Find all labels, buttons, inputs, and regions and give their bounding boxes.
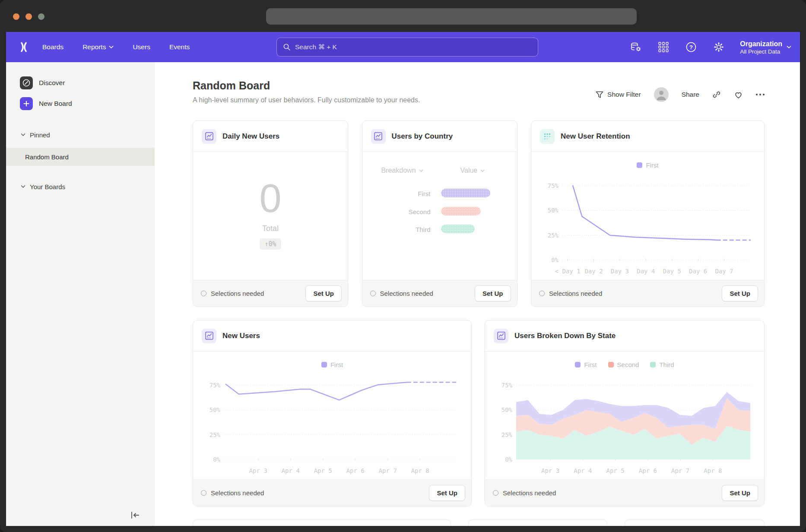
nav-item-events[interactable]: Events [169,43,190,51]
person-icon [654,87,669,102]
nav-item-reports[interactable]: Reports [83,43,114,51]
svg-text:Day 5: Day 5 [663,268,681,275]
sidebar-section-pinned[interactable]: Pinned [6,126,155,143]
new-users-chart: 75%50%25%0%Apr 3Apr 4Apr 5Apr 6Apr 7Apr … [200,374,465,478]
svg-text:Apr 3: Apr 3 [249,467,267,474]
card-title: Users by Country [392,132,453,141]
card-title: Daily New Users [222,132,279,141]
svg-text:Apr 6: Apr 6 [346,467,365,474]
svg-text:75%: 75% [548,182,559,189]
more-options-button[interactable] [756,94,765,95]
svg-text:Apr 8: Apr 8 [704,467,722,474]
svg-text:25%: 25% [209,431,221,438]
nav-item-users[interactable]: Users [133,43,150,51]
legend-swatch-first [637,162,642,168]
search-input[interactable] [295,43,532,51]
set-up-button[interactable]: Set Up [722,285,758,301]
data-management-icon[interactable] [629,41,642,54]
card-new-users: New Users First 75%50%25%0%Apr 3Apr 4Apr… [193,320,472,507]
metric-delta-badge: ↑0% [260,238,281,250]
share-label: Share [682,91,699,98]
svg-text:Apr 6: Apr 6 [639,467,657,474]
breakdown-label: Breakdown [381,167,416,174]
set-up-button[interactable]: Set Up [305,285,342,301]
status-circle-icon [201,490,206,496]
set-up-button[interactable]: Set Up [722,485,758,501]
svg-text:Apr 5: Apr 5 [314,467,332,474]
card-active-users: Active Users [625,519,765,526]
legend-label: Third [659,361,674,368]
org-switcher[interactable]: Organization All Project Data [740,40,791,55]
svg-text:50%: 50% [548,207,559,214]
window-close-button[interactable] [13,13,19,20]
global-search[interactable] [276,38,538,57]
legend-label: First [330,361,343,368]
svg-text:Day 6: Day 6 [689,268,707,275]
sidebar-section-your-boards[interactable]: Your Boards [6,178,155,195]
breakdown-dropdown[interactable]: Breakdown [381,167,423,174]
svg-text:0%: 0% [213,456,220,463]
nav-item-label: Boards [42,43,63,51]
svg-text:Apr 5: Apr 5 [606,467,625,474]
bar-row-label: Second [409,208,431,215]
line-chart-icon [494,329,508,343]
value-dropdown[interactable]: Value [460,167,485,174]
status-text: Selections needed [503,489,717,497]
line-chart-icon [202,329,216,343]
favorite-button[interactable] [734,91,743,99]
card-insights-report: Insights Report [468,519,607,526]
bar-third [441,225,475,233]
plus-icon [20,97,33,110]
show-filter-label: Show Filter [607,91,641,98]
legend-swatch-third [650,362,656,367]
set-up-button[interactable]: Set Up [475,285,511,301]
page-title: Random Board [193,79,420,92]
avatar[interactable] [654,87,669,102]
svg-text:0%: 0% [551,256,558,263]
nav-item-boards[interactable]: Boards [42,43,63,51]
svg-text:Day 7: Day 7 [715,268,733,275]
card-users-by-state: Users Broken Down By State First Second … [485,320,765,507]
window-zoom-button[interactable] [38,13,44,20]
svg-text:50%: 50% [209,406,221,413]
settings-gear-icon[interactable] [712,41,725,54]
show-filter-button[interactable]: Show Filter [596,91,641,98]
legend-swatch-first [575,362,581,367]
set-up-button[interactable]: Set Up [429,485,465,501]
svg-text:Apr 8: Apr 8 [411,467,429,474]
svg-text:25%: 25% [548,232,559,239]
card-stacked-line-graph: Stacked Line Graph [193,519,451,526]
apps-grid-icon[interactable] [657,41,670,54]
svg-text:< Day 1: < Day 1 [555,268,581,275]
window-minimize-button[interactable] [25,13,32,20]
heart-icon [734,91,743,99]
sidebar-item-random-board[interactable]: Random Board [6,148,155,166]
chevron-down-icon [419,169,423,172]
share-button[interactable]: Share [682,91,699,98]
sidebar-item-discover[interactable]: Discover [6,73,155,93]
sidebar-item-new-board[interactable]: New Board [6,93,155,114]
card-title: New User Retention [561,132,630,141]
copy-link-button[interactable] [712,90,721,99]
legend-label: First [646,162,658,169]
bar-second [441,207,481,215]
svg-text:Day 2: Day 2 [584,268,603,275]
filter-funnel-icon [596,91,603,98]
top-navbar: Boards Reports Users Events [6,32,800,62]
nav-item-label: Reports [83,43,106,51]
browser-address-bar[interactable] [266,8,637,25]
org-name: Organization [740,40,782,48]
card-users-by-country: Users by Country Breakdown Value F [362,120,517,307]
mixpanel-logo-icon[interactable] [18,41,29,53]
card-daily-new-users: Daily New Users 0 Total ↑0% Selections n… [193,120,348,307]
chevron-down-icon [787,45,791,49]
bar-row-label: First [418,190,430,197]
chevron-down-icon [21,185,25,188]
help-icon[interactable]: ? [685,41,698,54]
svg-text:Apr 3: Apr 3 [541,467,559,474]
svg-text:Apr 4: Apr 4 [282,467,300,474]
metric-label: Total [262,224,279,233]
metric-value: 0 [259,178,281,218]
sidebar-collapse-icon[interactable] [130,511,140,519]
value-label: Value [460,167,478,174]
